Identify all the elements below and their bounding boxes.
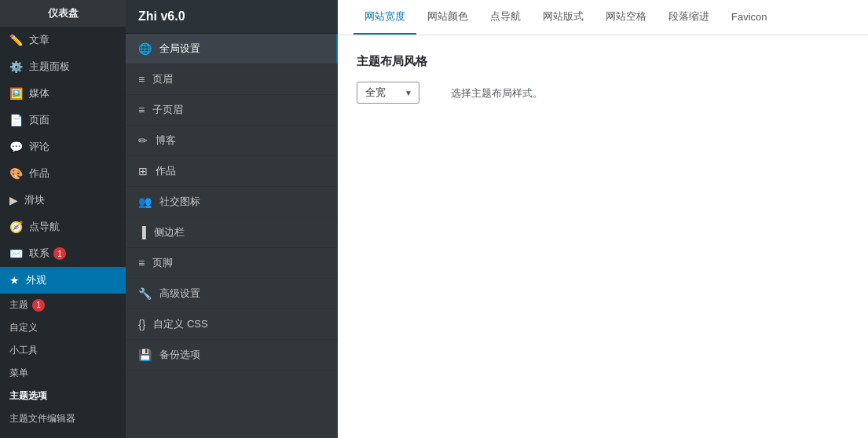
nav-yejiao-label: 页脚 bbox=[152, 256, 173, 270]
nav-boke[interactable]: ✏ 博客 bbox=[126, 126, 338, 156]
nav-boke-label: 博客 bbox=[156, 133, 176, 148]
waiguan-icon: ★ bbox=[9, 274, 20, 287]
gaoji-icon: 🔧 bbox=[138, 287, 152, 300]
nav-zuopin-label: 作品 bbox=[156, 164, 176, 178]
wenzhang-icon: ✏️ bbox=[9, 34, 23, 46]
chevron-down-icon: ▼ bbox=[405, 89, 412, 97]
yemao-icon: ≡ bbox=[138, 73, 145, 86]
nav-cebianlan-label: 侧边栏 bbox=[154, 225, 185, 239]
sidebar-sub-zidingyi[interactable]: 自定义 bbox=[0, 316, 126, 339]
sidebar-sub-xiaogongju[interactable]: 小工具 bbox=[0, 339, 126, 362]
yejiao-icon: ≡ bbox=[138, 257, 145, 269]
nav-ziyemao-label: 子页眉 bbox=[152, 103, 183, 117]
shejiao-icon: 👥 bbox=[138, 195, 152, 208]
sidebar-sub-zhuti[interactable]: 主题 1 bbox=[0, 294, 126, 316]
nav-backup-label: 备份选项 bbox=[159, 348, 200, 362]
backup-icon: 💾 bbox=[138, 349, 152, 361]
zhuti-icon: ⚙️ bbox=[9, 60, 23, 73]
sidebar-label-diandaohang: 点导航 bbox=[29, 220, 60, 234]
nav-ziyemao[interactable]: ≡ 子页眉 bbox=[126, 95, 338, 126]
sidebar-label-meiti: 媒体 bbox=[29, 86, 49, 100]
yemian-icon: 📄 bbox=[9, 114, 23, 126]
sidebar-label-pinglun: 评论 bbox=[29, 140, 49, 154]
sidebar-item-diandaohang[interactable]: 🧭 点导航 bbox=[0, 214, 126, 240]
sidebar-item-huakuai[interactable]: ▶ 滑块 bbox=[0, 187, 126, 214]
nav-gaoji[interactable]: 🔧 高级设置 bbox=[126, 279, 338, 309]
sidebar-label-waiguan: 外观 bbox=[26, 273, 46, 287]
nav-yemao-label: 页眉 bbox=[152, 72, 173, 86]
zhuti-sub-label: 主题 bbox=[9, 298, 28, 312]
select-value: 全宽 bbox=[365, 86, 386, 100]
sidebar-label-zuopin: 作品 bbox=[29, 166, 49, 181]
nav-zuopin[interactable]: ⊞ 作品 bbox=[126, 156, 338, 187]
zuopin-icon: 🎨 bbox=[9, 167, 23, 180]
layout-select[interactable]: 全宽 ▼ bbox=[357, 82, 419, 104]
caidan-sub-label: 菜单 bbox=[9, 367, 28, 380]
tab-favicon[interactable]: Favicon bbox=[720, 2, 778, 34]
boke-icon: ✏ bbox=[138, 134, 148, 147]
nav-css-label: 自定义 CSS bbox=[153, 317, 207, 331]
mid-panel-title: Zhi v6.0 bbox=[126, 0, 338, 34]
nav-yemao[interactable]: ≡ 页眉 bbox=[126, 64, 338, 95]
nav-css[interactable]: {} 自定义 CSS bbox=[126, 309, 338, 340]
nav-shejiao[interactable]: 👥 社交图标 bbox=[126, 187, 338, 217]
sidebar-label-yemian: 页面 bbox=[29, 113, 49, 127]
section-title: 主题布局风格 bbox=[357, 54, 849, 69]
hint-text: 选择主题布局样式。 bbox=[451, 86, 543, 100]
tab-banshi[interactable]: 网站版式 bbox=[532, 0, 595, 35]
nav-backup[interactable]: 💾 备份选项 bbox=[126, 340, 338, 370]
zidingyi-sub-label: 自定义 bbox=[9, 321, 38, 334]
mid-panel: Zhi v6.0 🌐 全局设置 ≡ 页眉 ≡ 子页眉 ✏ 博客 ⊞ 作品 👥 社… bbox=[126, 0, 338, 438]
xiaogongju-sub-label: 小工具 bbox=[9, 344, 38, 357]
lianxi-badge: 1 bbox=[53, 247, 66, 260]
diandaohang-icon: 🧭 bbox=[9, 221, 23, 233]
sidebar-item-pinglun[interactable]: 💬 评论 bbox=[0, 133, 126, 160]
sidebar: 仪表盘 ✏️ 文章 ⚙️ 主题面板 🖼️ 媒体 📄 页面 💬 评论 🎨 作品 ▶… bbox=[0, 0, 126, 438]
ziyemao-icon: ≡ bbox=[138, 104, 145, 116]
sidebar-item-lianxi[interactable]: ✉️ 联系 1 bbox=[0, 240, 126, 267]
zhutiwenjian-sub-label: 主题文件编辑器 bbox=[9, 412, 75, 425]
zhutixuanxiang-sub-label: 主题选项 bbox=[9, 389, 47, 403]
nav-cebianlan[interactable]: ▐ 侧边栏 bbox=[126, 217, 338, 248]
tab-yanse[interactable]: 网站颜色 bbox=[416, 0, 479, 35]
tab-kuandu[interactable]: 网站宽度 bbox=[353, 0, 416, 35]
css-icon: {} bbox=[138, 318, 145, 330]
zuopin-nav-icon: ⊞ bbox=[138, 165, 148, 177]
tabs-bar: 网站宽度 网站颜色 点导航 网站版式 网站空格 段落缩进 Favicon bbox=[338, 0, 868, 35]
sidebar-sub-zhutixuanxiang[interactable]: 主题选项 bbox=[0, 385, 126, 407]
lianxi-icon: ✉️ bbox=[9, 247, 23, 260]
zhuti-sub-badge: 1 bbox=[32, 299, 45, 312]
sidebar-label-huakuai: 滑块 bbox=[24, 193, 45, 207]
nav-quanju-label: 全局设置 bbox=[159, 42, 200, 56]
tab-duanluo[interactable]: 段落缩进 bbox=[657, 0, 720, 35]
sidebar-item-waiguan[interactable]: ★ 外观 bbox=[0, 267, 126, 294]
sidebar-label-zhuti: 主题面板 bbox=[29, 60, 70, 74]
nav-gaoji-label: 高级设置 bbox=[159, 287, 200, 301]
tab-diandaohang[interactable]: 点导航 bbox=[479, 0, 532, 35]
sidebar-item-wenzhang[interactable]: ✏️ 文章 bbox=[0, 27, 126, 53]
sidebar-label-wenzhang: 文章 bbox=[29, 33, 49, 47]
sidebar-item-zuopin[interactable]: 🎨 作品 bbox=[0, 160, 126, 187]
sidebar-label-lianxi: 联系 bbox=[29, 246, 49, 261]
nav-shejiao-label: 社交图标 bbox=[159, 195, 200, 209]
sidebar-item-meiti[interactable]: 🖼️ 媒体 bbox=[0, 80, 126, 107]
sidebar-item-yemian[interactable]: 📄 页面 bbox=[0, 107, 126, 133]
main-content: 网站宽度 网站颜色 点导航 网站版式 网站空格 段落缩进 Favicon 主题布… bbox=[338, 0, 868, 438]
huakuai-icon: ▶ bbox=[9, 194, 18, 206]
meiti-icon: 🖼️ bbox=[9, 87, 23, 100]
content-area: 主题布局风格 全宽 ▼ 选择主题布局样式。 bbox=[338, 35, 868, 438]
cebianlan-icon: ▐ bbox=[138, 226, 146, 239]
nav-quanju[interactable]: 🌐 全局设置 bbox=[126, 34, 338, 64]
quanju-icon: 🌐 bbox=[138, 42, 152, 55]
sidebar-header: 仪表盘 bbox=[0, 0, 126, 27]
tab-kongjian[interactable]: 网站空格 bbox=[595, 0, 657, 35]
nav-yejiao[interactable]: ≡ 页脚 bbox=[126, 248, 338, 279]
sidebar-item-zhuti[interactable]: ⚙️ 主题面板 bbox=[0, 53, 126, 80]
section-row: 全宽 ▼ 选择主题布局样式。 bbox=[357, 82, 849, 104]
pinglun-icon: 💬 bbox=[9, 141, 23, 153]
sidebar-sub-caidan[interactable]: 菜单 bbox=[0, 362, 126, 385]
sidebar-sub-zhutiwenjian[interactable]: 主题文件编辑器 bbox=[0, 407, 126, 430]
